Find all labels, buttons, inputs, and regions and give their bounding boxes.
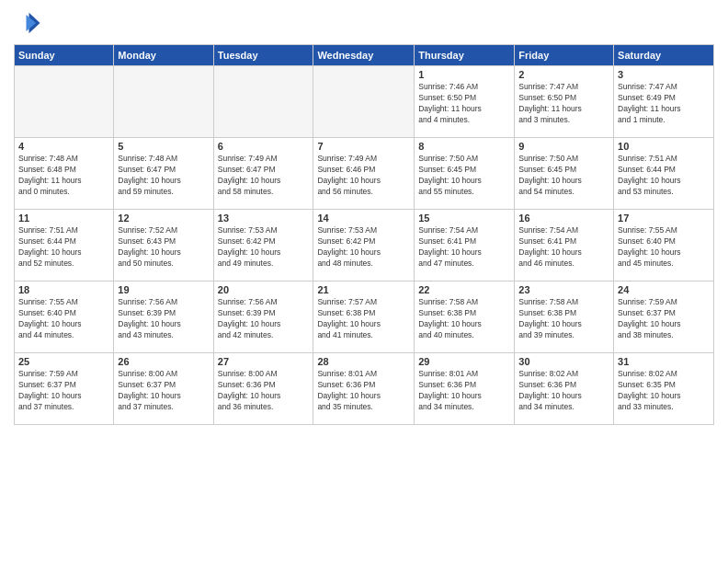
- weekday-header: Tuesday: [213, 45, 313, 66]
- day-info: Sunrise: 7:51 AM Sunset: 6:44 PM Dayligh…: [18, 225, 109, 270]
- calendar-cell: 24Sunrise: 7:59 AM Sunset: 6:37 PM Dayli…: [614, 282, 714, 353]
- calendar-week-row: 4Sunrise: 7:48 AM Sunset: 6:48 PM Daylig…: [15, 138, 714, 210]
- day-number: 19: [118, 284, 209, 295]
- weekday-header: Sunday: [15, 45, 114, 66]
- day-info: Sunrise: 7:55 AM Sunset: 6:40 PM Dayligh…: [18, 297, 109, 341]
- day-number: 28: [317, 356, 410, 367]
- day-number: 7: [317, 141, 410, 152]
- day-number: 31: [618, 356, 710, 367]
- day-info: Sunrise: 7:46 AM Sunset: 6:50 PM Dayligh…: [418, 82, 510, 126]
- calendar-week-row: 11Sunrise: 7:51 AM Sunset: 6:44 PM Dayli…: [15, 210, 714, 282]
- day-info: Sunrise: 8:00 AM Sunset: 6:36 PM Dayligh…: [218, 369, 310, 413]
- day-info: Sunrise: 7:48 AM Sunset: 6:47 PM Dayligh…: [118, 154, 209, 198]
- weekday-header: Saturday: [614, 45, 714, 66]
- calendar-cell: 8Sunrise: 7:50 AM Sunset: 6:45 PM Daylig…: [415, 138, 515, 210]
- calendar-cell: 31Sunrise: 8:02 AM Sunset: 6:35 PM Dayli…: [614, 353, 714, 425]
- day-info: Sunrise: 7:50 AM Sunset: 6:45 PM Dayligh…: [418, 154, 510, 198]
- calendar-cell: 2Sunrise: 7:47 AM Sunset: 6:50 PM Daylig…: [515, 66, 614, 138]
- day-info: Sunrise: 7:51 AM Sunset: 6:44 PM Dayligh…: [618, 154, 710, 198]
- day-info: Sunrise: 7:54 AM Sunset: 6:41 PM Dayligh…: [418, 225, 510, 270]
- weekday-header: Thursday: [415, 45, 515, 66]
- calendar-cell: [15, 66, 114, 138]
- day-info: Sunrise: 8:00 AM Sunset: 6:37 PM Dayligh…: [118, 369, 209, 413]
- day-number: 25: [18, 356, 109, 367]
- calendar-body: 1Sunrise: 7:46 AM Sunset: 6:50 PM Daylig…: [15, 66, 714, 425]
- calendar-cell: 9Sunrise: 7:50 AM Sunset: 6:45 PM Daylig…: [515, 138, 614, 210]
- day-number: 13: [218, 213, 310, 224]
- calendar-week-row: 25Sunrise: 7:59 AM Sunset: 6:37 PM Dayli…: [15, 353, 714, 425]
- calendar-table: SundayMondayTuesdayWednesdayThursdayFrid…: [14, 44, 714, 425]
- day-info: Sunrise: 8:01 AM Sunset: 6:36 PM Dayligh…: [418, 369, 510, 413]
- day-number: 8: [418, 141, 510, 152]
- day-number: 24: [618, 284, 710, 295]
- calendar-cell: 12Sunrise: 7:52 AM Sunset: 6:43 PM Dayli…: [114, 210, 213, 282]
- calendar-cell: 11Sunrise: 7:51 AM Sunset: 6:44 PM Dayli…: [15, 210, 114, 282]
- day-number: 26: [118, 356, 209, 367]
- calendar-cell: 15Sunrise: 7:54 AM Sunset: 6:41 PM Dayli…: [415, 210, 515, 282]
- calendar-cell: 21Sunrise: 7:57 AM Sunset: 6:38 PM Dayli…: [313, 282, 415, 353]
- day-info: Sunrise: 7:47 AM Sunset: 6:49 PM Dayligh…: [618, 82, 710, 126]
- calendar-header: SundayMondayTuesdayWednesdayThursdayFrid…: [15, 45, 714, 66]
- day-number: 9: [518, 141, 609, 152]
- calendar-cell: 27Sunrise: 8:00 AM Sunset: 6:36 PM Dayli…: [213, 353, 313, 425]
- calendar-cell: 17Sunrise: 7:55 AM Sunset: 6:40 PM Dayli…: [614, 210, 714, 282]
- calendar-week-row: 1Sunrise: 7:46 AM Sunset: 6:50 PM Daylig…: [15, 66, 714, 138]
- day-number: 10: [618, 141, 710, 152]
- day-info: Sunrise: 7:56 AM Sunset: 6:39 PM Dayligh…: [218, 297, 310, 341]
- calendar-cell: 26Sunrise: 8:00 AM Sunset: 6:37 PM Dayli…: [114, 353, 213, 425]
- day-number: 22: [418, 284, 510, 295]
- calendar-cell: [114, 66, 213, 138]
- calendar-cell: 13Sunrise: 7:53 AM Sunset: 6:42 PM Dayli…: [213, 210, 313, 282]
- day-number: 27: [218, 356, 310, 367]
- calendar-week-row: 18Sunrise: 7:55 AM Sunset: 6:40 PM Dayli…: [15, 282, 714, 353]
- weekday-header: Wednesday: [313, 45, 415, 66]
- day-info: Sunrise: 7:56 AM Sunset: 6:39 PM Dayligh…: [118, 297, 209, 341]
- day-number: 14: [317, 213, 410, 224]
- calendar-cell: 25Sunrise: 7:59 AM Sunset: 6:37 PM Dayli…: [15, 353, 114, 425]
- day-info: Sunrise: 7:53 AM Sunset: 6:42 PM Dayligh…: [218, 225, 310, 270]
- day-number: 20: [218, 284, 310, 295]
- day-info: Sunrise: 8:02 AM Sunset: 6:36 PM Dayligh…: [518, 369, 609, 413]
- day-number: 4: [18, 141, 109, 152]
- day-number: 15: [418, 213, 510, 224]
- calendar-cell: 1Sunrise: 7:46 AM Sunset: 6:50 PM Daylig…: [415, 66, 515, 138]
- day-number: 11: [18, 213, 109, 224]
- logo-icon: [14, 9, 41, 37]
- weekday-header: Monday: [114, 45, 213, 66]
- page: SundayMondayTuesdayWednesdayThursdayFrid…: [0, 0, 728, 563]
- day-info: Sunrise: 7:57 AM Sunset: 6:38 PM Dayligh…: [317, 297, 410, 341]
- calendar-cell: [313, 66, 415, 138]
- calendar-cell: 29Sunrise: 8:01 AM Sunset: 6:36 PM Dayli…: [415, 353, 515, 425]
- calendar-cell: 23Sunrise: 7:58 AM Sunset: 6:38 PM Dayli…: [515, 282, 614, 353]
- day-number: 23: [518, 284, 609, 295]
- weekday-header: Friday: [515, 45, 614, 66]
- day-number: 21: [317, 284, 410, 295]
- day-info: Sunrise: 7:59 AM Sunset: 6:37 PM Dayligh…: [18, 369, 109, 413]
- day-number: 12: [118, 213, 209, 224]
- day-number: 16: [518, 213, 609, 224]
- day-number: 18: [18, 284, 109, 295]
- logo: [14, 9, 45, 37]
- calendar-cell: 18Sunrise: 7:55 AM Sunset: 6:40 PM Dayli…: [15, 282, 114, 353]
- calendar-cell: 16Sunrise: 7:54 AM Sunset: 6:41 PM Dayli…: [515, 210, 614, 282]
- day-info: Sunrise: 7:54 AM Sunset: 6:41 PM Dayligh…: [518, 225, 609, 270]
- header: [14, 9, 714, 37]
- calendar-cell: 10Sunrise: 7:51 AM Sunset: 6:44 PM Dayli…: [614, 138, 714, 210]
- calendar-cell: 22Sunrise: 7:58 AM Sunset: 6:38 PM Dayli…: [415, 282, 515, 353]
- day-info: Sunrise: 7:49 AM Sunset: 6:46 PM Dayligh…: [317, 154, 410, 198]
- calendar-cell: 28Sunrise: 8:01 AM Sunset: 6:36 PM Dayli…: [313, 353, 415, 425]
- calendar-cell: [213, 66, 313, 138]
- calendar-cell: 7Sunrise: 7:49 AM Sunset: 6:46 PM Daylig…: [313, 138, 415, 210]
- day-info: Sunrise: 7:49 AM Sunset: 6:47 PM Dayligh…: [218, 154, 310, 198]
- day-info: Sunrise: 7:47 AM Sunset: 6:50 PM Dayligh…: [518, 82, 609, 126]
- day-number: 30: [518, 356, 609, 367]
- day-number: 17: [618, 213, 710, 224]
- day-info: Sunrise: 7:55 AM Sunset: 6:40 PM Dayligh…: [618, 225, 710, 270]
- calendar-cell: 3Sunrise: 7:47 AM Sunset: 6:49 PM Daylig…: [614, 66, 714, 138]
- day-number: 29: [418, 356, 510, 367]
- calendar-cell: 4Sunrise: 7:48 AM Sunset: 6:48 PM Daylig…: [15, 138, 114, 210]
- day-info: Sunrise: 7:58 AM Sunset: 6:38 PM Dayligh…: [518, 297, 609, 341]
- day-info: Sunrise: 8:02 AM Sunset: 6:35 PM Dayligh…: [618, 369, 710, 413]
- day-number: 6: [218, 141, 310, 152]
- calendar-cell: 6Sunrise: 7:49 AM Sunset: 6:47 PM Daylig…: [213, 138, 313, 210]
